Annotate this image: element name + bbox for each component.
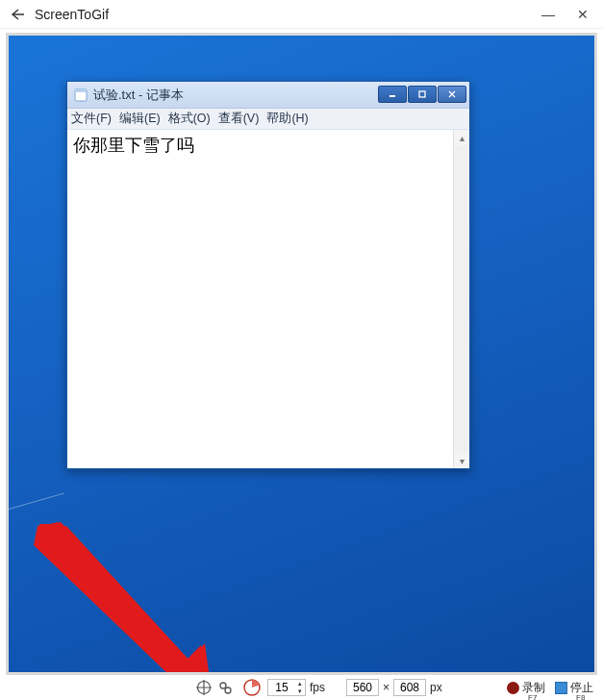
fps-label: fps <box>310 681 325 694</box>
menu-edit[interactable]: 编辑(E) <box>119 111 161 127</box>
record-hotkey: F7 <box>528 693 537 701</box>
px-label: px <box>430 681 442 694</box>
minimize-button[interactable]: — <box>540 7 557 22</box>
notepad-close-button[interactable] <box>438 86 466 103</box>
notepad-title: 试验.txt - 记事本 <box>93 87 184 104</box>
back-arrow-icon[interactable] <box>6 4 27 25</box>
scroll-down-icon[interactable]: ▾ <box>454 453 469 468</box>
spin-up-icon[interactable]: ▴ <box>295 680 305 688</box>
svg-point-8 <box>220 683 226 688</box>
spin-down-icon[interactable]: ▾ <box>295 688 305 695</box>
stop-icon <box>555 682 567 694</box>
app-title: ScreenToGif <box>35 7 109 22</box>
record-button[interactable]: 录制 F7 <box>507 680 545 696</box>
svg-rect-2 <box>389 95 395 97</box>
settings-gear-icon[interactable] <box>215 678 235 697</box>
fps-input[interactable] <box>268 680 295 695</box>
svg-rect-1 <box>75 89 87 92</box>
dimension-separator: × <box>383 681 389 694</box>
width-input[interactable] <box>346 679 379 696</box>
close-button[interactable]: ✕ <box>574 7 591 22</box>
fps-input-group: ▴▾ <box>267 679 306 696</box>
timer-icon[interactable] <box>242 678 262 697</box>
notepad-icon <box>73 88 88 103</box>
horizon-line <box>9 492 64 509</box>
menu-file[interactable]: 文件(F) <box>71 111 112 127</box>
svg-marker-4 <box>38 526 209 675</box>
notepad-window: 试验.txt - 记事本 文件(F) 编辑(E) 格式(O) 查看(V) 帮助(… <box>66 81 470 469</box>
notepad-window-controls <box>378 82 469 108</box>
notepad-text-area[interactable]: 你那里下雪了吗 ▴ ▾ <box>67 130 469 468</box>
svg-marker-5 <box>34 522 213 675</box>
menu-view[interactable]: 查看(V) <box>218 111 260 127</box>
window-controls: — ✕ <box>540 7 597 22</box>
fps-spinner[interactable]: ▴▾ <box>295 680 305 695</box>
notepad-minimize-button[interactable] <box>378 86 407 103</box>
scroll-up-icon[interactable]: ▴ <box>454 130 469 145</box>
notepad-scrollbar[interactable]: ▴ ▾ <box>453 130 469 468</box>
app-titlebar: ScreenToGif — ✕ <box>0 0 603 29</box>
notepad-menubar: 文件(F) 编辑(E) 格式(O) 查看(V) 帮助(H) <box>67 109 469 130</box>
notepad-content: 你那里下雪了吗 <box>73 136 194 155</box>
notepad-maximize-button[interactable] <box>408 86 437 103</box>
svg-point-9 <box>225 688 231 693</box>
menu-help[interactable]: 帮助(H) <box>266 111 308 127</box>
stop-hotkey: F8 <box>576 693 585 701</box>
capture-area: 试验.txt - 记事本 文件(F) 编辑(E) 格式(O) 查看(V) 帮助(… <box>6 33 597 675</box>
crosshair-icon[interactable] <box>194 678 214 697</box>
notepad-titlebar[interactable]: 试验.txt - 记事本 <box>67 82 469 109</box>
record-icon <box>507 682 519 694</box>
menu-format[interactable]: 格式(O) <box>168 111 211 127</box>
height-input[interactable] <box>393 679 426 696</box>
svg-marker-6 <box>39 524 211 675</box>
annotation-arrow-icon <box>28 516 220 675</box>
record-controls: 录制 F7 停止 F8 <box>507 680 597 696</box>
stop-button[interactable]: 停止 F8 <box>555 680 593 696</box>
svg-rect-3 <box>419 91 425 97</box>
recorder-toolbar: ▴▾ fps × px 录制 F7 停止 F8 <box>6 677 597 698</box>
